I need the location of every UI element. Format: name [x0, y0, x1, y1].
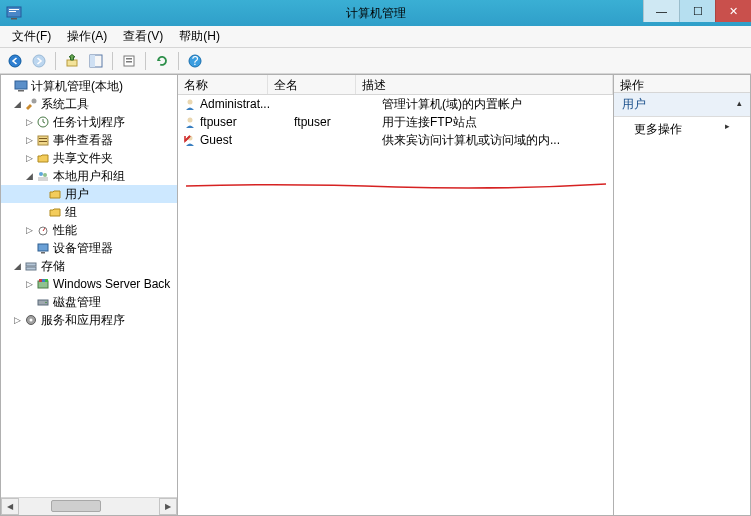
action-label: 更多操作: [634, 122, 682, 136]
folder-icon: [47, 186, 63, 202]
tree-label: 任务计划程序: [53, 114, 125, 131]
toolbar-separator: [145, 52, 146, 70]
tree-system-tools[interactable]: ◢ 系统工具: [1, 95, 177, 113]
svg-rect-15: [18, 90, 24, 92]
users-list[interactable]: 名称 全名 描述 Administrat... 管理计算机(域)的内置帐户 ft…: [178, 75, 613, 515]
user-row[interactable]: Administrat... 管理计算机(域)的内置帐户: [178, 95, 613, 113]
cell-name: ftpuser: [198, 115, 288, 129]
user-row[interactable]: Guest 供来宾访问计算机或访问域的内...: [178, 131, 613, 149]
svg-point-16: [32, 99, 37, 104]
tree-event-viewer[interactable]: ▷ 事件查看器: [1, 131, 177, 149]
svg-rect-3: [11, 18, 17, 20]
tree-label: 共享文件夹: [53, 150, 113, 167]
column-description[interactable]: 描述: [356, 75, 613, 94]
console-tree[interactable]: 计算机管理(本地) ◢ 系统工具 ▷ 任务计划程序 ▷ 事件查看器 ▷ 共享文件…: [1, 75, 177, 497]
show-hide-tree-button[interactable]: [85, 51, 107, 71]
refresh-button[interactable]: [151, 51, 173, 71]
storage-icon: [23, 258, 39, 274]
svg-rect-14: [15, 81, 27, 89]
svg-point-36: [30, 319, 33, 322]
computer-management-icon: [13, 78, 29, 94]
clock-icon: [35, 114, 51, 130]
scroll-right-button[interactable]: ▶: [159, 498, 177, 515]
list-body: Administrat... 管理计算机(域)的内置帐户 ftpuser ftp…: [178, 95, 613, 149]
tree-label: 设备管理器: [53, 240, 113, 257]
svg-point-37: [188, 100, 193, 105]
tree-twisty[interactable]: ▷: [23, 117, 35, 127]
user-disabled-icon: [182, 132, 198, 148]
tree-label: 服务和应用程序: [41, 312, 125, 329]
scroll-thumb[interactable]: [51, 500, 101, 512]
tools-icon: [23, 96, 39, 112]
tree-twisty[interactable]: ▷: [23, 153, 35, 163]
column-fullname[interactable]: 全名: [268, 75, 356, 94]
tree-label: 本地用户和组: [53, 168, 125, 185]
tree-twisty[interactable]: ▷: [23, 279, 35, 289]
minimize-button[interactable]: —: [643, 0, 679, 22]
tree-hscrollbar[interactable]: ◀ ▶: [1, 497, 177, 515]
tree-twisty[interactable]: ◢: [11, 261, 23, 271]
tree-task-scheduler[interactable]: ▷ 任务计划程序: [1, 113, 177, 131]
users-groups-icon: [35, 168, 51, 184]
tree-local-users-groups[interactable]: ◢ 本地用户和组: [1, 167, 177, 185]
tree-device-manager[interactable]: 设备管理器: [1, 239, 177, 257]
user-row[interactable]: ftpuser ftpuser 用于连接FTP站点: [178, 113, 613, 131]
tree-groups[interactable]: 组: [1, 203, 177, 221]
tree-label: Windows Server Back: [53, 277, 170, 291]
cell-description: 供来宾访问计算机或访问域的内...: [376, 132, 613, 149]
svg-rect-11: [126, 61, 132, 63]
tree-performance[interactable]: ▷ 性能: [1, 221, 177, 239]
tree-twisty[interactable]: ▷: [11, 315, 23, 325]
tree-twisty[interactable]: ◢: [23, 171, 35, 181]
cell-description: 管理计算机(域)的内置帐户: [376, 96, 613, 113]
title-bar: 计算机管理 — ☐ ✕: [0, 0, 751, 26]
forward-button[interactable]: [28, 51, 50, 71]
tree-twisty[interactable]: ▷: [23, 225, 35, 235]
tree-services-applications[interactable]: ▷ 服务和应用程序: [1, 311, 177, 329]
up-button[interactable]: [61, 51, 83, 71]
tree-label: 组: [65, 204, 77, 221]
collapse-icon: ▴: [737, 98, 742, 108]
cell-fullname: ftpuser: [288, 115, 376, 129]
tree-users[interactable]: 用户: [1, 185, 177, 203]
svg-text:?: ?: [192, 54, 199, 68]
svg-rect-27: [26, 263, 36, 266]
tree-windows-server-backup[interactable]: ▷ Windows Server Back: [1, 275, 177, 293]
close-button[interactable]: ✕: [715, 0, 751, 22]
tree-root[interactable]: 计算机管理(本地): [1, 77, 177, 95]
event-viewer-icon: [35, 132, 51, 148]
tree-storage[interactable]: ◢ 存储: [1, 257, 177, 275]
tree-label: 系统工具: [41, 96, 89, 113]
menu-help[interactable]: 帮助(H): [171, 26, 228, 47]
toolbar: ?: [0, 48, 751, 74]
help-button[interactable]: ?: [184, 51, 206, 71]
list-panel: 名称 全名 描述 Administrat... 管理计算机(域)的内置帐户 ft…: [178, 74, 613, 516]
tree-label: 计算机管理(本地): [31, 78, 123, 95]
svg-point-38: [188, 118, 193, 123]
tree-twisty[interactable]: ▷: [23, 135, 35, 145]
actions-body: 用户 ▴ 更多操作 ▸: [614, 93, 750, 515]
actions-section-title[interactable]: 用户 ▴: [614, 93, 750, 117]
action-more[interactable]: 更多操作 ▸: [614, 117, 750, 142]
maximize-button[interactable]: ☐: [679, 0, 715, 22]
folder-icon: [47, 204, 63, 220]
services-icon: [23, 312, 39, 328]
menu-view[interactable]: 查看(V): [115, 26, 171, 47]
svg-rect-31: [42, 279, 45, 282]
performance-icon: [35, 222, 51, 238]
back-button[interactable]: [4, 51, 26, 71]
tree-twisty[interactable]: ◢: [11, 99, 23, 109]
scroll-left-button[interactable]: ◀: [1, 498, 19, 515]
list-header: 名称 全名 描述: [178, 75, 613, 95]
shared-folder-icon: [35, 150, 51, 166]
window-title: 计算机管理: [346, 5, 406, 22]
column-name[interactable]: 名称: [178, 75, 268, 94]
svg-rect-19: [39, 138, 47, 139]
menu-action[interactable]: 操作(A): [59, 26, 115, 47]
tree-shared-folders[interactable]: ▷ 共享文件夹: [1, 149, 177, 167]
tree-disk-management[interactable]: 磁盘管理: [1, 293, 177, 311]
properties-button[interactable]: [118, 51, 140, 71]
disk-icon: [35, 294, 51, 310]
toolbar-separator: [178, 52, 179, 70]
menu-file[interactable]: 文件(F): [4, 26, 59, 47]
